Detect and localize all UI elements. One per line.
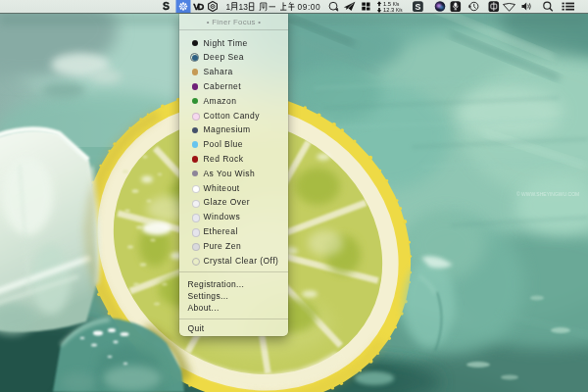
svg-text:13: 13 [239, 2, 249, 12]
svg-text:S: S [416, 2, 421, 12]
svg-text:© WWW.SHEYINGWU.COM: © WWW.SHEYINGWU.COM [516, 191, 579, 197]
svg-text:1: 1 [226, 2, 231, 12]
svg-text:S: S [163, 0, 170, 12]
svg-text:12.3 K/s: 12.3 K/s [383, 7, 403, 13]
svg-text:09:00: 09:00 [298, 2, 321, 12]
svg-text:1.5 K/s: 1.5 K/s [383, 1, 400, 7]
svg-text:VD: VD [193, 1, 204, 12]
